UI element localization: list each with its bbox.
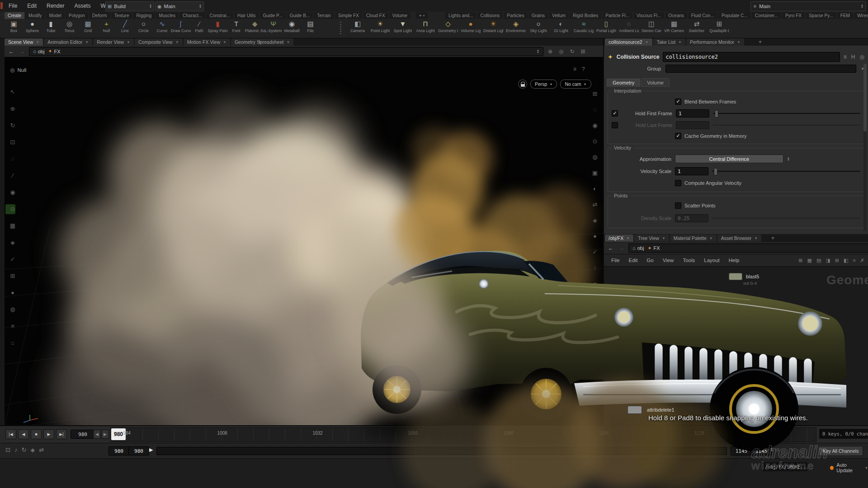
playback-option-icon[interactable]: ♪	[14, 446, 18, 453]
breadcrumb-obj[interactable]: ⌂ obj	[33, 49, 44, 54]
hold-first-frame-slider[interactable]	[713, 113, 860, 114]
shelf-tool[interactable]: ◐ GI Light	[550, 20, 572, 38]
shelf-tab[interactable]: Texture	[111, 12, 132, 19]
viewport-tool-icon[interactable]: ◉	[10, 189, 15, 196]
menu-item[interactable]: Render	[42, 0, 69, 12]
params-scrollbar[interactable]	[863, 64, 867, 231]
shelf-tool[interactable]: ◧ Camera	[346, 20, 369, 38]
shelf-tab[interactable]: Rigging	[133, 12, 155, 19]
shelf-tab[interactable]: Deform	[89, 12, 110, 19]
menu-item[interactable]: Assets	[69, 0, 95, 12]
viewport-tool-icon[interactable]: ∕	[12, 172, 13, 179]
shelf-tab[interactable]: Grains	[528, 12, 548, 19]
pathbar-icon[interactable]: ↻	[570, 48, 575, 55]
shelf-tab[interactable]: Oceans	[665, 12, 687, 19]
hold-first-frame-field[interactable]: 1	[676, 109, 709, 117]
shelf-tool[interactable]: T Font	[227, 20, 245, 38]
shelf-tool[interactable]: ○ Circle	[134, 20, 153, 38]
back-icon[interactable]: ←	[607, 245, 615, 251]
shelf-tool[interactable]: ∕ Path	[190, 20, 208, 38]
network-toolbar-icon[interactable]: ▦	[807, 258, 812, 263]
param-header-icon[interactable]: H	[851, 54, 855, 60]
hold-last-frame-toggle[interactable]	[612, 122, 618, 128]
viewport-tool-icon[interactable]: ◈	[10, 239, 15, 246]
shelf-tool[interactable]: ◆ Platonic Solids	[245, 20, 264, 38]
playback-option-icon[interactable]: ⊡	[5, 446, 10, 453]
viewport-tool-icon[interactable]: ◌	[11, 155, 14, 162]
params-add-pane-tab[interactable]: +	[756, 39, 764, 45]
shelf-tab[interactable]: Viscous Fl...	[633, 12, 664, 19]
pathbar-icon[interactable]: ⊞	[581, 48, 585, 55]
shelf-tab[interactable]: Create	[5, 12, 24, 19]
viewport-tool-icon[interactable]: ⊞	[10, 272, 15, 279]
pane-tab[interactable]: Motion FX View▼	[184, 38, 230, 46]
shelf-tab[interactable]: Vellum	[549, 12, 569, 19]
network-menu-item[interactable]: Help	[724, 258, 744, 263]
tab-geometry[interactable]: Geometry	[607, 79, 640, 87]
spinner-icon[interactable]: ▲▼	[149, 4, 152, 9]
hold-last-frame-slider[interactable]	[713, 125, 860, 126]
shelf-tab[interactable]: Pyro FX	[782, 12, 805, 19]
approximation-dropdown[interactable]: Central Difference	[675, 155, 783, 163]
shelf-tab[interactable]: Volume	[389, 12, 410, 19]
viewport-display-icon[interactable]: ⇄	[593, 201, 598, 208]
viewport-display-icon[interactable]: ◍	[592, 154, 597, 160]
persp-button[interactable]: Persp▼	[530, 80, 557, 89]
node-name-field[interactable]: collisionsource2	[663, 52, 840, 62]
shelf-tab[interactable]: Guide P...	[260, 12, 286, 19]
breadcrumb-obj[interactable]: ⌂ obj	[632, 245, 644, 251]
shelf-tab[interactable]: Cloud FX	[363, 12, 388, 19]
shelf-tool[interactable]: ▮ Spray Paint	[208, 20, 227, 38]
viewport-display-icon[interactable]: ◌	[593, 106, 597, 113]
shelf-tool[interactable]: ◌ Ambient Light	[618, 20, 640, 38]
viewport-corner-icon[interactable]: ?	[582, 66, 585, 72]
viewport-tool-icon[interactable]: ≡	[11, 323, 14, 329]
velocity-scale-field[interactable]: 1	[675, 167, 708, 175]
network-menu-item[interactable]: View	[658, 258, 679, 263]
scene-add-pane-tab[interactable]: +	[255, 39, 264, 45]
network-toolbar-icon[interactable]: ◨	[826, 258, 830, 263]
pane-tab[interactable]: Material Palette▼	[670, 235, 717, 242]
scene-viewport[interactable]: ◎ Null ≡? Persp▼ No cam▼ ↖⊕↻⊡◌∕◉⊙▦◈✓⊞●◍≡…	[5, 57, 603, 425]
network-toolbar-icon[interactable]: ◧	[844, 258, 848, 263]
pane-tab[interactable]: collisionsource2▼	[605, 38, 652, 46]
shelf-tool[interactable]: ● Volume Light	[459, 20, 482, 38]
shelf-tab[interactable]: Fluid Con...	[688, 12, 717, 19]
shelf-tool[interactable]: ☀ Distant Light	[482, 20, 505, 38]
shelf-tool[interactable]: ◈ Environment Light	[505, 20, 527, 38]
shelf-tool[interactable]: ▦ Grid	[79, 20, 97, 38]
playback-start-field[interactable]: 980	[128, 446, 149, 455]
shelf-tab[interactable]: Muscles	[156, 12, 179, 19]
pane-tab[interactable]: Asset Browser▼	[717, 235, 762, 242]
shelf-divider[interactable]	[340, 22, 341, 35]
viewport-display-icon[interactable]: ⊞	[593, 90, 598, 97]
shelf-tool[interactable]: ▦ VR Camera	[663, 20, 685, 38]
shelf-tool[interactable]: Π Area Light	[414, 20, 437, 38]
status-path-box[interactable]: /obj/FX/SMOKE...	[762, 462, 807, 471]
shelf-tool[interactable]: ▮ Tube	[42, 20, 60, 38]
back-icon[interactable]: ←	[7, 48, 15, 55]
viewport-tool-icon[interactable]: ✓	[10, 256, 15, 263]
radial-menu-selector[interactable]: ◉ Main ▲▼	[155, 1, 204, 11]
viewport-tool-icon[interactable]: ◍	[10, 306, 15, 313]
playback-option-icon[interactable]: ↻	[21, 446, 26, 453]
group-field[interactable]	[665, 65, 856, 73]
network-add-pane-tab[interactable]: +	[769, 235, 777, 241]
viewport-display-icon[interactable]: ●	[593, 233, 597, 239]
shelf-tool[interactable]: ◎ Torus	[60, 20, 79, 38]
menu-item[interactable]: File	[4, 0, 22, 12]
shelf-tool[interactable]: ◇ Geometry Light	[437, 20, 459, 38]
shelf-tab[interactable]: Polygon	[66, 12, 88, 19]
shelf-tool[interactable]: + Null	[97, 20, 116, 38]
shelf-tool[interactable]: ʃ Draw Curve	[171, 20, 190, 38]
camera-select-button[interactable]: No cam▼	[560, 80, 591, 89]
shelf-tab[interactable]: Model	[46, 12, 64, 19]
shelf-tool[interactable]: Ψ L-System	[264, 20, 283, 38]
hold-first-frame-toggle[interactable]: ✓	[612, 110, 618, 117]
blend-between-frames-checkbox[interactable]: ✓	[675, 99, 681, 105]
pane-tab[interactable]: Animation Editor▼	[44, 38, 92, 46]
viewport-display-icon[interactable]: ◉	[592, 122, 597, 129]
shelf-tab[interactable]: Particle Fl...	[602, 12, 632, 19]
forward-icon[interactable]: →	[18, 48, 26, 55]
shelf-tab[interactable]: Sparse Py...	[806, 12, 836, 19]
